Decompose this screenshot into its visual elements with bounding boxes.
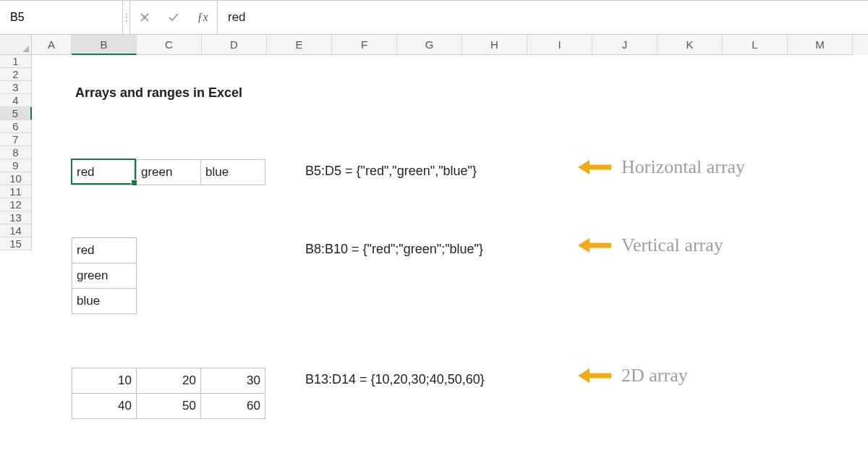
row-header-12[interactable]: 12 — [0, 198, 32, 211]
row-header-1[interactable]: 1 — [0, 55, 32, 68]
note-vertical: B8:B10 = {"red";"green";"blue"} — [305, 242, 483, 257]
cell-C14[interactable]: 50 — [136, 393, 201, 419]
column-header-J[interactable]: J — [592, 35, 658, 55]
cell-C5[interactable]: green — [136, 159, 201, 185]
column-header-A[interactable]: A — [32, 35, 72, 55]
column-header-M[interactable]: M — [788, 35, 853, 55]
cell-B10[interactable]: blue — [72, 288, 137, 314]
row-header-3[interactable]: 3 — [0, 81, 32, 94]
cell-C13[interactable]: 20 — [136, 368, 201, 394]
row-header-4[interactable]: 4 — [0, 94, 32, 107]
formula-input[interactable] — [218, 10, 868, 25]
cancel-formula-button[interactable] — [130, 1, 159, 34]
cell-D13[interactable]: 30 — [200, 368, 265, 394]
annotation-horizontal-label: Horizontal array — [621, 156, 745, 178]
row-header-6[interactable]: 6 — [0, 120, 32, 133]
row-header-7[interactable]: 7 — [0, 133, 32, 146]
row-header-8[interactable]: 8 — [0, 146, 32, 159]
formula-bar-grip[interactable]: ⋮ — [123, 1, 130, 34]
column-header-K[interactable]: K — [658, 35, 723, 55]
row-header-13[interactable]: 13 — [0, 211, 32, 224]
row-header-2[interactable]: 2 — [0, 68, 32, 81]
cell-B5[interactable]: red — [72, 159, 137, 185]
annotation-2d: 2D array — [578, 365, 688, 387]
column-header-E[interactable]: E — [267, 35, 332, 55]
column-header-I[interactable]: I — [527, 35, 592, 55]
enter-formula-button[interactable] — [159, 1, 188, 34]
formula-input-wrap — [217, 1, 868, 34]
column-header-L[interactable]: L — [723, 35, 788, 55]
select-all-corner[interactable] — [0, 35, 32, 55]
annotation-2d-label: 2D array — [621, 365, 688, 387]
row-header-11[interactable]: 11 — [0, 185, 32, 198]
cells-area[interactable]: Arrays and ranges in Excel red green blu… — [32, 55, 868, 446]
column-header-C[interactable]: C — [137, 35, 202, 55]
cell-B14[interactable]: 40 — [72, 393, 137, 419]
row-headers: 1 2 3 4 5 6 7 8 9 10 11 12 13 14 15 — [0, 55, 32, 446]
annotation-horizontal: Horizontal array — [578, 156, 745, 178]
row-header-14[interactable]: 14 — [0, 224, 32, 237]
row-header-10[interactable]: 10 — [0, 172, 32, 185]
formula-bar: ⋮ ƒx — [0, 0, 868, 35]
cell-D14[interactable]: 60 — [200, 393, 265, 419]
cell-B9[interactable]: green — [72, 263, 137, 289]
cell-D5[interactable]: blue — [200, 159, 265, 185]
cell-B8[interactable]: red — [72, 237, 137, 263]
arrow-left-icon — [578, 159, 611, 176]
page-title: Arrays and ranges in Excel — [75, 85, 242, 101]
arrow-left-icon — [578, 367, 611, 384]
row-header-15[interactable]: 15 — [0, 237, 32, 250]
row-header-9[interactable]: 9 — [0, 159, 32, 172]
column-header-F[interactable]: F — [332, 35, 397, 55]
column-header-G[interactable]: G — [397, 35, 462, 55]
spreadsheet-grid: A B C D E F G H I J K L M 1 2 3 4 5 6 7 … — [0, 35, 868, 446]
column-header-B[interactable]: B — [72, 35, 137, 55]
annotation-vertical: Vertical array — [578, 235, 723, 256]
column-header-D[interactable]: D — [202, 35, 267, 55]
note-horizontal: B5:D5 = {"red","green","blue"} — [305, 164, 477, 179]
grid-body-wrap: 1 2 3 4 5 6 7 8 9 10 11 12 13 14 15 Arra… — [0, 55, 868, 446]
insert-function-button[interactable]: ƒx — [188, 1, 217, 34]
cell-B13[interactable]: 10 — [72, 368, 137, 394]
column-header-H[interactable]: H — [462, 35, 527, 55]
arrow-left-icon — [578, 237, 611, 254]
annotation-vertical-label: Vertical array — [621, 235, 723, 256]
name-box-wrap[interactable] — [0, 1, 123, 34]
note-2d: B13:D14 = {10,20,30;40,50,60} — [305, 372, 485, 387]
row-header-5[interactable]: 5 — [0, 107, 32, 120]
column-header-row: A B C D E F G H I J K L M — [0, 35, 868, 55]
